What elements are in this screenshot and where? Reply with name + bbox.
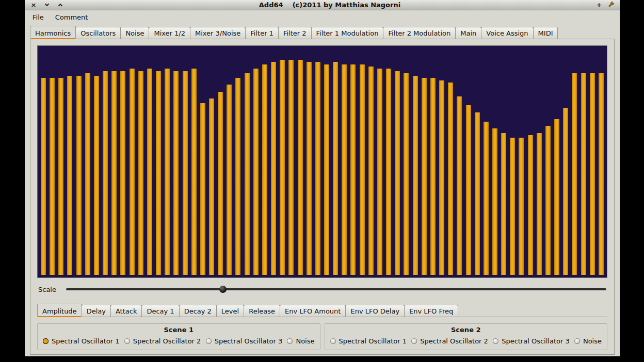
harmonic-bar-39[interactable] (377, 69, 382, 275)
harmonic-bar-21[interactable] (218, 92, 223, 275)
tab-delay[interactable]: Delay (82, 305, 111, 317)
tab-mixer-3-noise[interactable]: Mixer 3/Noise (190, 27, 246, 39)
harmonic-bar-42[interactable] (404, 73, 409, 275)
harmonic-bar-32[interactable] (315, 62, 320, 275)
harmonic-bar-48[interactable] (457, 96, 462, 275)
tab-filter-2[interactable]: Filter 2 (278, 27, 312, 39)
scale-slider-handle[interactable] (219, 286, 227, 293)
harmonics-plot[interactable] (37, 45, 607, 278)
harmonic-bar-26[interactable] (262, 64, 267, 275)
radio-scene2-spectral-oscillator-3[interactable]: Spectral Oscillator 3 (493, 337, 570, 345)
harmonic-bar-23[interactable] (235, 78, 240, 275)
radio-scene1-spectral-oscillator-1[interactable]: Spectral Oscillator 1 (43, 337, 120, 345)
harmonic-bar-61[interactable] (572, 73, 577, 275)
harmonic-bar-55[interactable] (519, 138, 524, 275)
tab-harmonics[interactable]: Harmonics (30, 26, 76, 39)
harmonic-bar-60[interactable] (563, 108, 568, 275)
tab-decay-2[interactable]: Decay 2 (179, 305, 217, 317)
tab-release[interactable]: Release (244, 305, 280, 317)
harmonic-bar-4[interactable] (67, 76, 72, 275)
harmonic-bar-20[interactable] (209, 98, 214, 275)
harmonic-bar-16[interactable] (173, 71, 179, 275)
harmonic-bar-46[interactable] (439, 80, 444, 275)
harmonic-bar-29[interactable] (288, 60, 294, 275)
radio-dot[interactable] (124, 338, 130, 344)
harmonic-bar-43[interactable] (413, 76, 418, 275)
menu-item-file[interactable]: File (31, 12, 45, 22)
harmonic-bar-33[interactable] (324, 64, 329, 275)
harmonic-bar-24[interactable] (245, 73, 250, 275)
harmonic-bar-40[interactable] (386, 69, 391, 275)
harmonic-bar-17[interactable] (183, 71, 188, 275)
harmonic-bar-57[interactable] (537, 133, 542, 275)
harmonic-bar-9[interactable] (111, 71, 117, 275)
radio-dot[interactable] (43, 338, 49, 344)
harmonic-bar-35[interactable] (342, 64, 347, 275)
harmonic-bar-31[interactable] (307, 62, 312, 275)
harmonic-bar-59[interactable] (554, 119, 559, 275)
tab-env-lfo-amount[interactable]: Env LFO Amount (280, 305, 346, 317)
radio-dot[interactable] (206, 338, 212, 344)
harmonic-bar-6[interactable] (85, 73, 90, 275)
harmonic-bar-34[interactable] (333, 62, 338, 275)
unshade-button[interactable] (57, 1, 64, 9)
harmonic-bar-25[interactable] (253, 69, 259, 275)
tab-main[interactable]: Main (455, 27, 481, 39)
harmonic-bar-41[interactable] (395, 71, 400, 275)
tab-mixer-1-2[interactable]: Mixer 1/2 (149, 27, 190, 39)
harmonic-bar-19[interactable] (200, 103, 205, 275)
radio-scene2-spectral-oscillator-1[interactable]: Spectral Oscillator 1 (330, 337, 407, 345)
radio-scene1-spectral-oscillator-3[interactable]: Spectral Oscillator 3 (206, 337, 283, 345)
harmonic-bar-52[interactable] (492, 128, 497, 275)
radio-dot[interactable] (411, 338, 417, 344)
harmonic-bar-13[interactable] (147, 69, 152, 275)
harmonic-bar-49[interactable] (466, 105, 471, 275)
tab-env-lfo-freq[interactable]: Env LFO Freq (404, 305, 458, 317)
harmonic-bar-27[interactable] (271, 62, 276, 275)
harmonic-bar-45[interactable] (430, 78, 436, 275)
scale-slider[interactable] (66, 288, 606, 290)
harmonic-bar-38[interactable] (368, 67, 374, 275)
harmonic-bar-14[interactable] (156, 71, 161, 275)
harmonic-bar-8[interactable] (103, 71, 108, 275)
harmonic-bar-22[interactable] (227, 85, 232, 275)
harmonic-bar-7[interactable] (94, 76, 99, 275)
tab-level[interactable]: Level (216, 305, 244, 317)
radio-scene2-noise[interactable]: Noise (574, 337, 602, 345)
harmonic-bar-56[interactable] (528, 135, 533, 275)
harmonic-bar-63[interactable] (590, 73, 595, 275)
radio-dot[interactable] (574, 338, 580, 344)
close-button[interactable]: × (30, 1, 37, 9)
harmonic-bar-28[interactable] (280, 60, 285, 275)
radio-scene2-spectral-oscillator-2[interactable]: Spectral Oscillator 2 (411, 337, 488, 345)
harmonic-bar-44[interactable] (422, 78, 427, 275)
harmonic-bar-11[interactable] (130, 69, 135, 275)
tab-amplitude[interactable]: Amplitude (37, 304, 82, 317)
harmonic-bar-12[interactable] (138, 71, 143, 275)
harmonic-bar-10[interactable] (120, 71, 125, 275)
tab-filter-2-modulation[interactable]: Filter 2 Modulation (383, 27, 456, 39)
harmonic-bar-62[interactable] (581, 73, 586, 275)
menu-item-comment[interactable]: Comment (54, 12, 90, 22)
tab-filter-1[interactable]: Filter 1 (245, 27, 279, 39)
tab-oscillators[interactable]: Oscillators (75, 27, 121, 39)
radio-scene1-noise[interactable]: Noise (287, 337, 314, 345)
tab-voice-assign[interactable]: Voice Assign (481, 27, 533, 39)
radio-dot[interactable] (493, 338, 498, 344)
harmonic-bar-2[interactable] (50, 78, 55, 275)
harmonic-bar-50[interactable] (475, 112, 480, 275)
shade-button[interactable] (43, 1, 51, 9)
harmonic-bar-58[interactable] (545, 126, 551, 275)
harmonic-bar-64[interactable] (599, 73, 604, 275)
radio-dot[interactable] (330, 338, 336, 344)
harmonic-bar-47[interactable] (448, 83, 453, 275)
harmonic-bar-18[interactable] (191, 69, 197, 275)
harmonic-bar-36[interactable] (350, 64, 356, 275)
harmonic-bar-53[interactable] (501, 133, 506, 275)
harmonic-bar-5[interactable] (76, 76, 82, 275)
harmonic-bar-30[interactable] (298, 60, 303, 275)
tools-button[interactable] (607, 1, 615, 9)
tab-env-lfo-delay[interactable]: Env LFO Delay (345, 305, 405, 317)
harmonic-bar-15[interactable] (165, 69, 170, 275)
harmonic-bar-3[interactable] (58, 78, 63, 275)
